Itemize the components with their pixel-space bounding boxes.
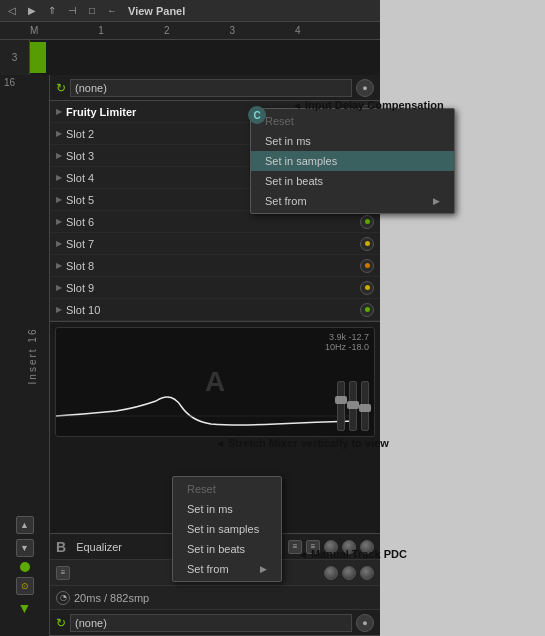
eq-knob-1[interactable] bbox=[324, 540, 338, 554]
slot-item-8[interactable]: ▶ Slot 9 bbox=[50, 277, 380, 299]
slot-name-9: Slot 10 bbox=[66, 304, 360, 316]
eq-sliders bbox=[337, 381, 369, 431]
eq-mini-btn-3[interactable]: ≡ bbox=[56, 566, 70, 580]
ruler-m: M bbox=[30, 25, 38, 36]
play-icon[interactable]: ▶ bbox=[24, 3, 40, 19]
context-menu-bottom: Reset Set in ms Set in samples Set in be… bbox=[172, 476, 282, 582]
slot-circle-7 bbox=[360, 259, 374, 273]
slot-arrow-9: ▶ bbox=[56, 305, 62, 314]
view-panel-label: View Panel bbox=[128, 5, 185, 17]
submenu-arrow-bottom: ▶ bbox=[260, 564, 267, 574]
ctx-top-set-beats[interactable]: Set in beats bbox=[251, 171, 454, 191]
label-b: B bbox=[56, 539, 66, 555]
ctx-top-set-from[interactable]: Set from ▶ bbox=[251, 191, 454, 211]
timeline-ruler: M 1 2 3 4 bbox=[0, 22, 380, 40]
channel-name[interactable]: (none) bbox=[70, 79, 352, 97]
eq-knob-4[interactable] bbox=[324, 566, 338, 580]
channel2-name[interactable]: (none) bbox=[70, 614, 352, 632]
slot-arrow-2: ▶ bbox=[56, 151, 62, 160]
track-green-bar bbox=[30, 42, 46, 73]
pdc-value: 20ms / 882smp bbox=[74, 592, 149, 604]
track-number: 3 bbox=[0, 40, 30, 75]
rewind-icon[interactable]: ◁ bbox=[4, 3, 20, 19]
slot-arrow-7: ▶ bbox=[56, 261, 62, 270]
left-btn-down[interactable]: ▼ bbox=[16, 539, 34, 557]
ctx-top-set-ms[interactable]: Set in ms bbox=[251, 131, 454, 151]
slot-item-7[interactable]: ▶ Slot 8 bbox=[50, 255, 380, 277]
slot-circle-6 bbox=[360, 237, 374, 251]
left-controls: ▲ ▼ ⊙ ▼ bbox=[16, 516, 34, 616]
slot-arrow-4: ▶ bbox=[56, 195, 62, 204]
ctx-top-reset[interactable]: Reset bbox=[251, 111, 454, 131]
context-menu-top: Reset Set in ms Set in samples Set in be… bbox=[250, 108, 455, 214]
eq-mini-btn-2[interactable]: ≡ bbox=[306, 540, 320, 554]
eq-slider-3[interactable] bbox=[361, 381, 369, 431]
eq-curve-svg bbox=[56, 356, 374, 436]
toolbar: ◁ ▶ ⇑ ⊣ □ ← View Panel bbox=[0, 0, 380, 22]
slot-item-6[interactable]: ▶ Slot 7 bbox=[50, 233, 380, 255]
ctx-bot-set-from[interactable]: Set from ▶ bbox=[173, 559, 281, 579]
slot-arrow-1: ▶ bbox=[56, 129, 62, 138]
eq-display: 3.9k -12.7 10Hz -18.0 A bbox=[55, 327, 375, 437]
eq-slider-2[interactable] bbox=[349, 381, 357, 431]
slot-name-7: Slot 8 bbox=[66, 260, 360, 272]
insert-vertical-label: Insert 16 bbox=[27, 327, 38, 384]
green-down-arrow: ▼ bbox=[18, 600, 32, 616]
slot-arrow-6: ▶ bbox=[56, 239, 62, 248]
eq-slider-1[interactable] bbox=[337, 381, 345, 431]
slot-circle-9 bbox=[360, 303, 374, 317]
slot-arrow-3: ▶ bbox=[56, 173, 62, 182]
channel2-icon[interactable]: ↻ bbox=[56, 616, 66, 630]
slot-item-5[interactable]: ▶ Slot 6 bbox=[50, 211, 380, 233]
ruler-3: 3 bbox=[229, 25, 235, 36]
up-icon[interactable]: ⇑ bbox=[44, 3, 60, 19]
slot-item-9[interactable]: ▶ Slot 10 bbox=[50, 299, 380, 321]
snap-icon[interactable]: ⊣ bbox=[64, 3, 80, 19]
timeline-area: M 1 2 3 4 3 bbox=[0, 22, 380, 75]
channel2-header: ↻ (none) ● bbox=[50, 610, 380, 636]
slot-name-5: Slot 6 bbox=[66, 216, 360, 228]
pdc-button-bottom[interactable]: ● bbox=[356, 614, 374, 632]
pdc-row: ◔ 20ms / 882smp bbox=[50, 586, 380, 610]
screenshot-wrapper: ◁ ▶ ⇑ ⊣ □ ← View Panel M 1 2 3 4 3 bbox=[0, 0, 545, 636]
arrow-icon[interactable]: ← bbox=[104, 3, 120, 19]
stop-icon[interactable]: □ bbox=[84, 3, 100, 19]
eq-knob-3[interactable] bbox=[360, 540, 374, 554]
slot-circle-5 bbox=[360, 215, 374, 229]
channel-icon[interactable]: ↻ bbox=[56, 81, 66, 95]
channel-header: ↻ (none) ● bbox=[50, 75, 380, 101]
top-panel: ◁ ▶ ⇑ ⊣ □ ← View Panel M 1 2 3 4 3 bbox=[0, 0, 380, 75]
eq-values-top: 3.9k -12.7 10Hz -18.0 bbox=[325, 332, 369, 352]
submenu-arrow-top: ▶ bbox=[433, 196, 440, 206]
green-status-dot bbox=[20, 562, 30, 572]
slot-arrow-8: ▶ bbox=[56, 283, 62, 292]
eq-mini-btn-1[interactable]: ≡ bbox=[288, 540, 302, 554]
ctx-bot-reset[interactable]: Reset bbox=[173, 479, 281, 499]
slot-arrow-0: ▶ bbox=[56, 107, 62, 116]
slot-name-8: Slot 9 bbox=[66, 282, 360, 294]
ruler-1: 1 bbox=[98, 25, 104, 36]
ctx-bot-set-beats[interactable]: Set in beats bbox=[173, 539, 281, 559]
pdc-c-badge: C bbox=[248, 106, 266, 124]
eq-knob-2[interactable] bbox=[342, 540, 356, 554]
ruler-2: 2 bbox=[164, 25, 170, 36]
eq-knob-6[interactable] bbox=[360, 566, 374, 580]
slot-circle-8 bbox=[360, 281, 374, 295]
ctx-bot-set-ms[interactable]: Set in ms bbox=[173, 499, 281, 519]
left-sidebar: 16 Insert 16 ▲ ▼ ⊙ ▼ bbox=[0, 75, 50, 636]
pdc-button-top[interactable]: ● bbox=[356, 79, 374, 97]
slot-name-6: Slot 7 bbox=[66, 238, 360, 250]
ctx-bot-set-samples[interactable]: Set in samples bbox=[173, 519, 281, 539]
left-btn-clock[interactable]: ⊙ bbox=[16, 577, 34, 595]
timeline-track: 3 bbox=[0, 40, 380, 75]
pdc-clock-icon[interactable]: ◔ bbox=[56, 591, 70, 605]
track-16-label: 16 bbox=[2, 75, 17, 90]
slot-arrow-5: ▶ bbox=[56, 217, 62, 226]
left-btn-up[interactable]: ▲ bbox=[16, 516, 34, 534]
eq-knob-5[interactable] bbox=[342, 566, 356, 580]
ctx-top-set-samples[interactable]: Set in samples bbox=[251, 151, 454, 171]
ruler-4: 4 bbox=[295, 25, 301, 36]
